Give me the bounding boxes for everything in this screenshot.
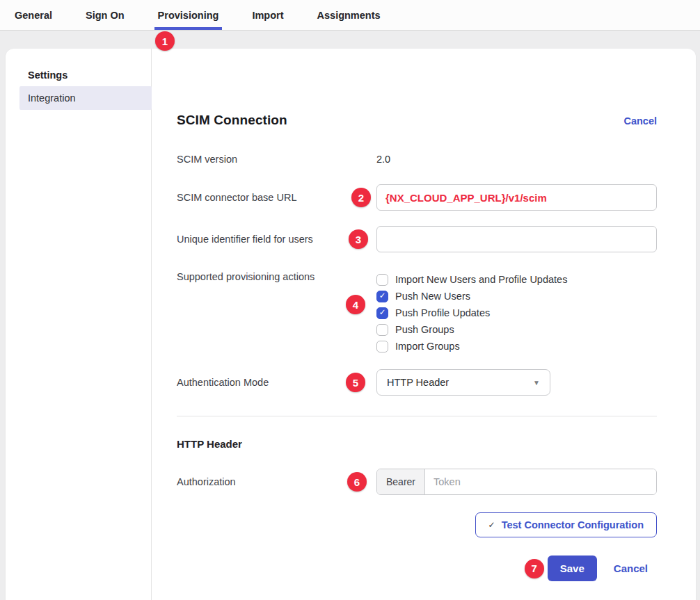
tab-sign-on[interactable]: Sign On	[82, 0, 128, 30]
annotation-step-6-badge: 6	[347, 472, 367, 492]
settings-sidebar: Settings Integration	[6, 49, 152, 600]
checkbox-row-import-new-users[interactable]: Import New Users and Profile Updates	[376, 271, 567, 288]
authorization-row: Authorization 6 Bearer	[177, 469, 657, 495]
tab-general[interactable]: General	[11, 0, 56, 30]
annotation-step-4-badge: 4	[346, 295, 365, 314]
check-icon: ✓	[488, 520, 495, 530]
section-divider	[177, 416, 657, 416]
checkbox-row-push-new-users[interactable]: Push New Users	[376, 288, 567, 305]
scim-connection-panel: SCIM Connection Cancel SCIM version 2.0 …	[152, 49, 696, 600]
authorization-input-group: Bearer	[376, 469, 657, 495]
checkbox-row-import-groups[interactable]: Import Groups	[376, 338, 567, 355]
tab-label: General	[15, 10, 52, 21]
authorization-label: Authorization	[177, 476, 376, 487]
unique-id-row: Unique identifier field for users 3	[177, 226, 657, 252]
sidebar-heading: Settings	[28, 70, 151, 81]
scim-version-value: 2.0	[376, 154, 390, 165]
checkbox-label: Push New Users	[395, 291, 470, 302]
provisioning-actions-row: Supported provisioning actions 4 Import …	[177, 271, 657, 355]
provisioning-actions-label: Supported provisioning actions	[177, 271, 376, 282]
tab-label: Assignments	[317, 10, 381, 21]
checkbox-import-groups-icon[interactable]	[376, 341, 388, 352]
page-title: SCIM Connection	[177, 113, 287, 128]
checkbox-push-new-users-icon[interactable]	[376, 291, 388, 302]
content-card: Settings Integration SCIM Connection Can…	[6, 49, 696, 600]
annotation-step-2-badge: 2	[351, 188, 371, 207]
chevron-down-icon: ▼	[533, 379, 540, 387]
cancel-link-bottom[interactable]: Cancel	[614, 562, 648, 574]
base-url-label: SCIM connector base URL	[177, 192, 376, 203]
tab-import[interactable]: Import	[248, 0, 287, 30]
auth-mode-row: Authentication Mode 5 HTTP Header ▼	[177, 369, 657, 396]
checkbox-label: Import New Users and Profile Updates	[395, 274, 567, 285]
provisioning-actions-list: Import New Users and Profile Updates Pus…	[376, 271, 567, 355]
base-url-input[interactable]	[376, 184, 657, 211]
auth-mode-selected-value: HTTP Header	[387, 377, 449, 388]
test-connector-button[interactable]: ✓ Test Connector Configuration	[475, 512, 657, 537]
annotation-step-5-badge: 5	[346, 373, 365, 392]
tab-label: Provisioning	[158, 10, 219, 21]
unique-id-input[interactable]	[376, 226, 657, 252]
sidebar-item-label: Integration	[28, 92, 76, 104]
tab-label: Import	[252, 10, 283, 21]
scim-version-row: SCIM version 2.0	[177, 152, 657, 166]
checkbox-label: Push Profile Updates	[395, 307, 490, 318]
cancel-link-top[interactable]: Cancel	[623, 115, 657, 127]
annotation-step-7-badge: 7	[525, 559, 544, 578]
unique-id-label: Unique identifier field for users	[177, 234, 376, 245]
footer-actions-row: 7 Save Cancel	[177, 556, 657, 581]
checkbox-label: Import Groups	[395, 341, 460, 352]
auth-mode-select[interactable]: HTTP Header ▼	[376, 369, 550, 396]
tab-provisioning[interactable]: Provisioning	[154, 0, 223, 30]
app-tab-bar: General Sign On Provisioning Import Assi…	[0, 0, 700, 31]
test-connector-row: ✓ Test Connector Configuration	[177, 512, 657, 537]
checkbox-import-new-users-icon[interactable]	[376, 274, 388, 286]
test-connector-label: Test Connector Configuration	[502, 519, 644, 530]
checkbox-push-profile-updates-icon[interactable]	[376, 307, 388, 319]
checkbox-row-push-profile-updates[interactable]: Push Profile Updates	[376, 305, 567, 321]
tab-assignments[interactable]: Assignments	[314, 0, 384, 30]
checkbox-label: Push Groups	[395, 324, 454, 335]
tab-label: Sign On	[86, 10, 125, 21]
sidebar-item-integration[interactable]: Integration	[19, 86, 152, 110]
base-url-row: SCIM connector base URL 2	[177, 184, 657, 211]
annotation-step-1-badge: 1	[155, 31, 175, 51]
http-header-section-title: HTTP Header	[177, 438, 657, 451]
checkbox-push-groups-icon[interactable]	[376, 324, 388, 336]
bearer-prefix: Bearer	[377, 469, 425, 494]
annotation-step-3-badge: 3	[349, 229, 368, 249]
token-input[interactable]	[425, 469, 656, 494]
save-button[interactable]: Save	[548, 556, 597, 581]
checkbox-row-push-groups[interactable]: Push Groups	[376, 321, 567, 338]
scim-version-label: SCIM version	[177, 154, 376, 165]
